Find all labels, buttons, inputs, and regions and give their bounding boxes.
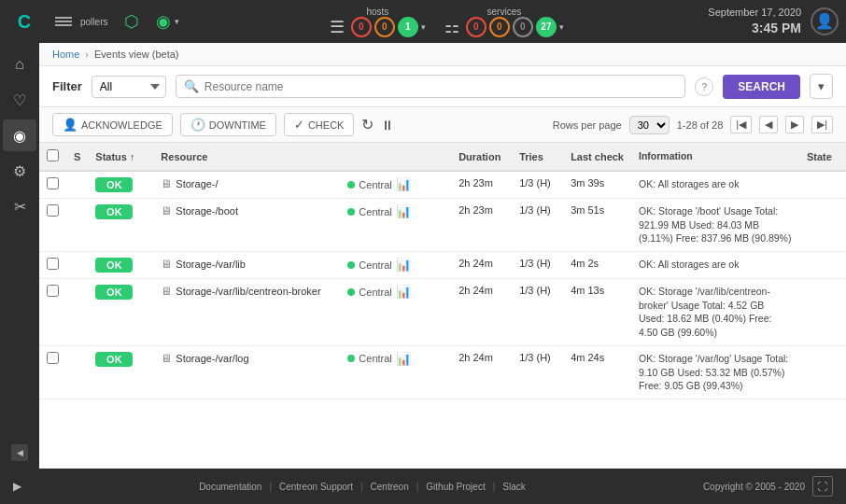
row-s-cell [66,171,88,199]
first-page-button[interactable]: |◀ [730,116,752,133]
help-icon[interactable]: ? [695,77,713,96]
next-page-button[interactable]: ▶ [785,116,804,133]
top-navigation: C pollers ⬡ ◉ ▾ hosts ☰ 0 [0,0,846,43]
refresh-icon[interactable]: ↻ [361,116,374,133]
graph-icon[interactable]: 📊 [396,204,411,218]
services-group: services ⚏ 0 0 0 27 ▾ [444,7,564,37]
check-button[interactable]: ✓ CHECK [284,113,355,136]
col-s: S [66,143,88,171]
row-resource-cell: 🖥 Storage-/var/lib [153,252,340,279]
row-s-cell [66,279,88,346]
row-checkbox-2[interactable] [47,258,59,270]
db-icon: ⬡ [124,11,139,32]
pollers-nav-item[interactable]: pollers [45,7,113,35]
search-input[interactable] [204,80,678,93]
footer-slack-link[interactable]: Slack [502,482,525,492]
graph-icon[interactable]: 📊 [396,352,411,366]
pause-icon[interactable]: ⏸ [381,118,394,133]
services-badge-red[interactable]: 0 [466,17,486,37]
col-lastcheck: Last check [563,143,631,171]
services-badge-gray[interactable]: 0 [513,17,533,37]
row-checkbox-4[interactable] [47,352,59,364]
table-row: OK 🖥 Storage-/ Central 📊 2h 23m 1/3 (H) … [39,171,846,199]
sidebar-bottom: ◀ [11,444,28,469]
nav-center: hosts ☰ 0 0 1 ▾ services ⚏ 0 0 0 27 ▾ [185,7,708,37]
footer-documentation-link[interactable]: Documentation [199,482,261,492]
nav-right: September 17, 2020 3:45 PM 👤 [708,6,839,38]
row-duration-cell: 2h 24m [451,252,512,279]
hosts-badge-green[interactable]: 1 [398,17,418,37]
hosts-chevron-icon: ▾ [421,22,426,32]
logo-area[interactable]: C [7,11,41,33]
rows-per-page-select[interactable]: 30 [629,116,670,134]
row-central-cell: Central 📊 [340,279,451,346]
row-checkbox-0[interactable] [47,177,59,189]
sidebar-item-favorite[interactable]: ♡ [3,84,36,116]
user-avatar[interactable]: 👤 [811,7,839,35]
fullscreen-icon[interactable]: ⛶ [812,476,833,497]
db-nav-item[interactable]: ⬡ [119,7,145,35]
check-icon: ◉ [156,11,171,32]
acknowledge-button[interactable]: 👤 ACKNOWLEDGE [52,113,173,136]
row-state-cell [799,252,846,279]
server-icon: 🖥 [161,177,172,190]
row-tries-cell: 1/3 (H) [512,171,563,199]
filter-bar: Filter All 🔍 ? SEARCH ▾ [39,66,846,107]
expand-arrow-icon[interactable]: ▶ [13,480,21,493]
sidebar-expand-button[interactable]: ◀ [11,444,28,461]
services-badges: ⚏ 0 0 0 27 ▾ [444,17,564,37]
main-body: ⌂ ♡ ◉ ⚙ ✂ ◀ Home › Events view (beta) Fi… [0,43,846,469]
breadcrumb-current: Events view (beta) [94,49,178,60]
row-checkbox-1[interactable] [47,204,59,217]
search-box: 🔍 [176,75,686,98]
footer-github-link[interactable]: Github Project [426,482,485,492]
sidebar-item-home[interactable]: ⌂ [3,49,36,80]
pollers-icon [50,11,77,32]
col-status[interactable]: Status ↑ [88,143,153,171]
prev-page-button[interactable]: ◀ [759,116,778,133]
hosts-badge-orange[interactable]: 0 [374,17,395,37]
copyright-text: Copyright © 2005 - 2020 [703,482,805,492]
row-s-cell [66,252,88,279]
row-checkbox-cell [39,252,66,279]
sidebar-item-tools[interactable]: ✂ [3,190,36,222]
row-tries-cell: 1/3 (H) [512,252,563,279]
row-checkbox-3[interactable] [47,285,59,297]
select-all-checkbox[interactable] [47,149,59,161]
search-button[interactable]: SEARCH [723,75,800,99]
graph-icon[interactable]: 📊 [396,177,411,191]
services-badge-orange[interactable]: 0 [489,17,510,37]
graph-icon[interactable]: 📊 [396,258,411,272]
filter-select[interactable]: All [92,76,166,98]
central-status-dot [347,261,355,269]
pollers-label: pollers [80,17,107,27]
footer-links: Documentation | Centreon Support | Centr… [199,482,526,492]
resource-name-text: Storage-/var/lib [176,259,246,270]
services-badge-green[interactable]: 27 [536,17,557,37]
resource-name-text: Storage-/boot [176,205,238,217]
row-lastcheck-cell: 3m 51s [563,199,631,252]
status-badge: OK [95,204,133,219]
check-nav-item[interactable]: ◉ ▾ [150,7,185,35]
time-text: 3:45 PM [708,20,801,38]
resource-name-text: Storage-/ [176,178,218,189]
sidebar-item-settings[interactable]: ⚙ [3,155,36,187]
breadcrumb-home-link[interactable]: Home [52,49,79,60]
row-info-cell: OK: Storage '/boot' Usage Total: 921.99 … [631,199,799,252]
server-icon: 🖥 [161,352,172,365]
row-resource-cell: 🖥 Storage-/var/lib/centreon-broker [153,279,340,346]
sidebar-item-monitoring[interactable]: ◉ [3,119,36,151]
last-page-button[interactable]: ▶| [811,116,833,133]
hosts-badge-red[interactable]: 0 [351,17,372,37]
filter-dropdown-button[interactable]: ▾ [810,74,833,99]
central-status-dot [347,355,355,362]
footer-support-link[interactable]: Centreon Support [279,482,353,492]
graph-icon[interactable]: 📊 [396,285,411,299]
col-duration: Duration [451,143,512,171]
resource-name-text: Storage-/var/log [176,353,248,364]
status-badge: OK [95,285,133,300]
row-lastcheck-cell: 4m 24s [563,345,631,399]
footer-centreon-link[interactable]: Centreon [371,482,409,492]
downtime-button[interactable]: 🕐 DOWNTIME [180,113,276,136]
resource-name-text: Storage-/var/lib/centreon-broker [176,286,320,297]
